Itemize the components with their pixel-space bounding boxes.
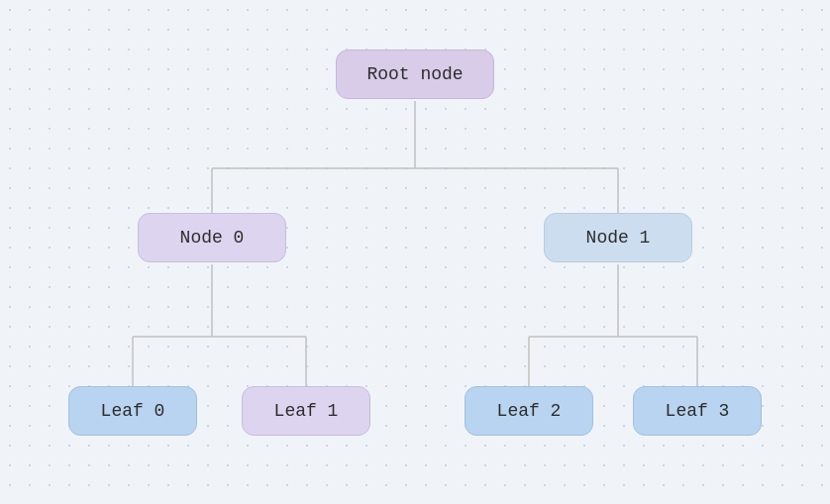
tree-container: Root node Node 0 Node 1 Leaf 0 Leaf 1 Le… — [0, 0, 830, 504]
node-0: Node 0 — [138, 213, 286, 264]
leaf-1: Leaf 1 — [242, 386, 370, 438]
leaf-1-label: Leaf 1 — [242, 386, 370, 436]
node-1-label: Node 1 — [544, 213, 692, 262]
leaf-3-label: Leaf 3 — [633, 386, 762, 436]
node-1: Node 1 — [544, 213, 692, 264]
leaf-2: Leaf 2 — [465, 386, 593, 438]
leaf-2-label: Leaf 2 — [465, 386, 593, 436]
leaf-3: Leaf 3 — [633, 386, 762, 438]
root-node-label: Root node — [336, 50, 494, 99]
root-node: Root node — [336, 50, 494, 101]
tree-wrapper: Root node Node 0 Node 1 Leaf 0 Leaf 1 Le… — [58, 30, 772, 464]
leaf-0-label: Leaf 0 — [68, 386, 197, 436]
node-0-label: Node 0 — [138, 213, 286, 262]
leaf-0: Leaf 0 — [68, 386, 197, 438]
